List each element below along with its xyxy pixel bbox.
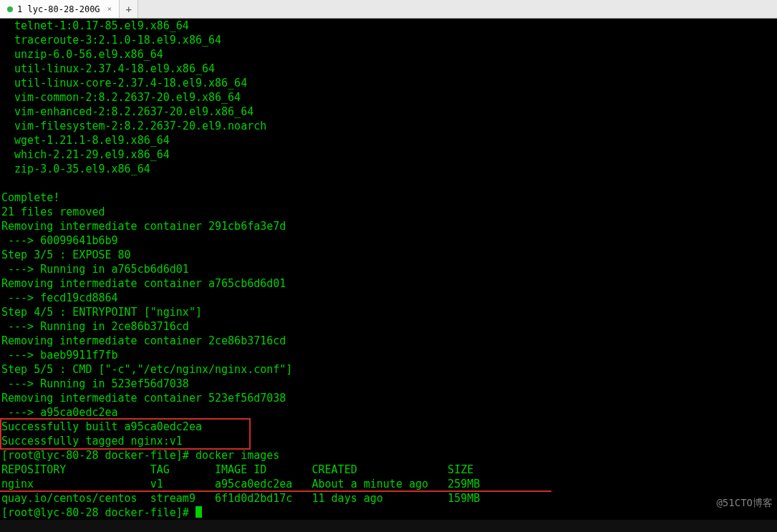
close-icon[interactable]: × <box>107 4 112 14</box>
terminal-line: vim-enhanced-2:8.2.2637-20.el9.x86_64 <box>1 105 776 119</box>
terminal-line: ---> Running in a765cb6d6d01 <box>1 262 776 276</box>
terminal-line: vim-filesystem-2:8.2.2637-20.el9.noarch <box>1 119 776 133</box>
new-tab-button[interactable]: + <box>120 0 138 18</box>
terminal-line: zip-3.0-35.el9.x86_64 <box>1 162 776 176</box>
terminal-line: wget-1.21.1-8.el9.x86_64 <box>1 133 776 147</box>
terminal-line: Step 4/5 : ENTRYPOINT ["nginx"] <box>1 305 776 319</box>
terminal-line: unzip-6.0-56.el9.x86_64 <box>1 47 776 62</box>
terminal-line <box>1 176 776 190</box>
terminal-line: Removing intermediate container a765cb6d… <box>1 276 776 291</box>
terminal-line: Removing intermediate container 291cb6fa… <box>1 219 776 233</box>
terminal-line: ---> Running in 523ef56d7038 <box>1 377 776 391</box>
terminal-line: ---> a95ca0edc2ea <box>1 405 776 420</box>
terminal-line: 21 files removed <box>1 205 776 219</box>
terminal-line: Removing intermediate container 2ce86b37… <box>1 334 776 348</box>
terminal-tab-active[interactable]: 1 lyc-80-28-200G × <box>0 0 120 18</box>
terminal-line: util-linux-core-2.37.4-18.el9.x86_64 <box>1 76 776 90</box>
terminal-line: ---> Running in 2ce86b3716cd <box>1 319 776 334</box>
terminal-line: REPOSITORY TAG IMAGE ID CREATED SIZE <box>1 463 776 477</box>
terminal-line: nginx v1 a95ca0edc2ea About a minute ago… <box>1 477 776 491</box>
terminal-line: ---> baeb9911f7fb <box>1 348 776 362</box>
highlight-box <box>0 418 251 450</box>
terminal-line: Step 3/5 : EXPOSE 80 <box>1 248 776 262</box>
terminal-line: traceroute-3:2.1.0-18.el9.x86_64 <box>1 33 776 47</box>
terminal-line: util-linux-2.37.4-18.el9.x86_64 <box>1 62 776 76</box>
terminal-line: vim-common-2:8.2.2637-20.el9.x86_64 <box>1 90 776 105</box>
highlight-underline <box>0 490 551 492</box>
terminal-line: quay.io/centos/centos stream9 6f1d0d2bd1… <box>1 491 776 506</box>
terminal-line: which-2.21-29.el9.x86_64 <box>1 147 776 162</box>
watermark: @51CTO博客 <box>716 495 773 510</box>
terminal-line: [root@lyc-80-28 docker-file]# docker ima… <box>1 448 776 463</box>
tab-bar: 1 lyc-80-28-200G × + <box>0 0 777 19</box>
terminal-line: [root@lyc-80-28 docker-file]# <box>1 506 776 520</box>
terminal-line: Complete! <box>1 190 776 205</box>
terminal-line: telnet-1:0.17-85.el9.x86_64 <box>1 19 776 33</box>
tab-label: 1 lyc-80-28-200G <box>17 4 100 14</box>
terminal-output[interactable]: telnet-1:0.17-85.el9.x86_64 traceroute-3… <box>0 19 777 520</box>
cursor-icon <box>196 506 202 518</box>
terminal-line: ---> 60099641b6b9 <box>1 233 776 248</box>
connection-status-dot-icon <box>7 6 13 12</box>
plus-icon: + <box>126 4 132 15</box>
terminal-line: ---> fecd19cd8864 <box>1 291 776 305</box>
terminal-line: Removing intermediate container 523ef56d… <box>1 391 776 405</box>
terminal-line: Step 5/5 : CMD ["-c","/etc/nginx/nginx.c… <box>1 362 776 377</box>
